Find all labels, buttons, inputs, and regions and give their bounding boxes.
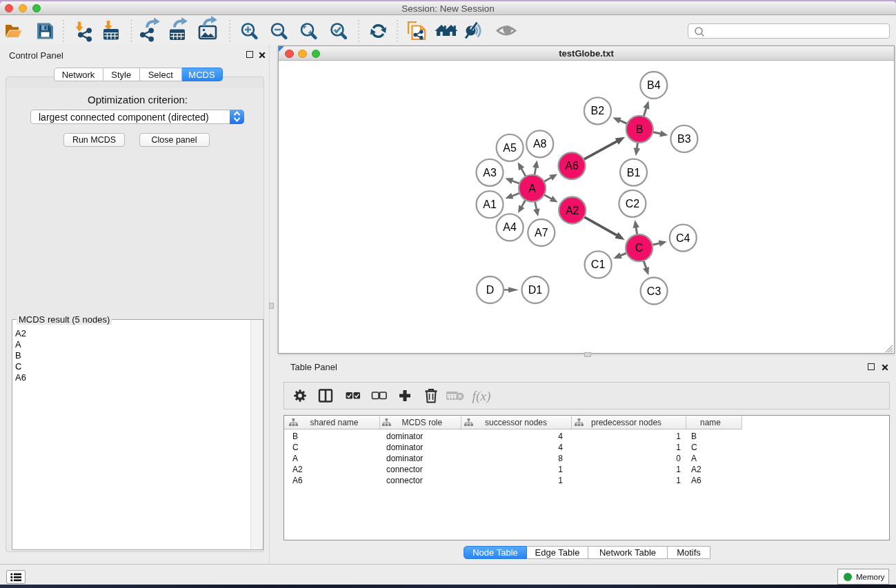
svg-text:f(x): f(x) — [472, 389, 490, 404]
